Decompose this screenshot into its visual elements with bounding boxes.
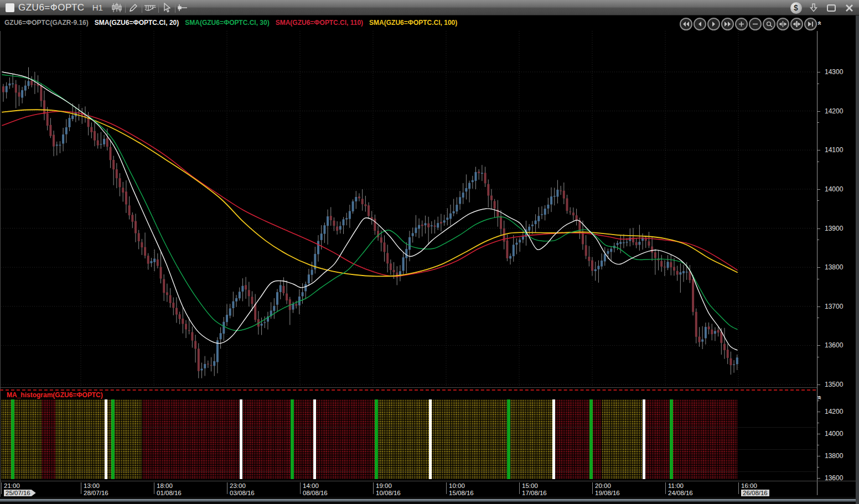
compress-h-button[interactable] [777,18,789,30]
price-axis-tick [817,412,820,412]
time-axis-tick [738,482,739,494]
legend-instrument[interactable]: GZU6=ФОРТС(GAZR-9.16) [4,19,89,27]
cursor-icon[interactable] [159,1,174,14]
date-label: 10/08/16 [376,490,401,496]
time-axis-tick [665,482,666,494]
price-axis-label: 13900 [825,225,853,232]
histogram-segment-yellow [1,399,42,479]
histogram-marker-white [313,399,316,479]
histogram-segment-yellow [602,399,643,479]
price-axis-label: 13800 [825,263,853,271]
price-axis-label: 13800 [825,452,853,460]
time-axis-tick [81,482,81,494]
titlebar-toolbar [110,0,191,15]
zoom-out-button[interactable] [749,18,762,30]
histogram-marker-green [291,399,294,479]
price-axis-tick [817,467,819,467]
zoom-in-button[interactable] [735,18,748,30]
window-controls: $ [789,0,856,15]
price-axis-tick [817,122,819,123]
minimize-icon[interactable] [825,2,838,14]
histogram-segment-red [142,399,376,479]
collapse-panel-icon[interactable]: » [816,21,822,25]
time-axis-tick [446,482,447,494]
histogram-segment-yellow [55,399,142,479]
zoom-area-button[interactable] [763,18,775,30]
time-label: 20:00 [595,482,611,489]
histogram-marker-white [105,399,107,479]
price-axis-tick [817,445,819,445]
toolbar-divider [158,3,159,13]
date-label: 19/08/16 [595,490,620,496]
date-badge: 25/07/16 [4,490,36,496]
date-label: 17/08/16 [522,490,547,496]
legend-sma-30[interactable]: SMA(GZU6=ФОРТС.Cl, 30) [185,19,269,27]
price-axis-tick [817,279,819,279]
chart-legend: GZU6=ФОРТС(GAZR-9.16)SMA(GZU6=ФОРТС.Cl, … [4,19,457,27]
price-axis-tick [817,162,819,162]
toolbar-divider [125,3,126,13]
price-axis-tick [817,456,820,456]
window-bottom-frame [0,497,859,504]
time-label: 14:00 [303,482,319,489]
date-label: 08/08/16 [303,490,328,496]
currency-icon[interactable]: $ [789,2,803,14]
fast-forward-button[interactable] [721,18,734,30]
time-label: 23:00 [230,482,246,489]
histogram-marker-white [429,399,432,479]
histogram-segment-yellow [376,399,555,479]
fast-back-button[interactable] [680,18,692,30]
price-axis-line [817,31,817,495]
indicator-icon[interactable] [143,1,158,14]
price-axis-tick [817,401,819,401]
time-label: 13:00 [84,482,100,489]
time-axis-tick [519,482,520,494]
price-axis-label: 14000 [825,185,853,193]
histogram-marker-green [589,399,593,479]
forward-button[interactable] [707,18,720,30]
time-label: 11:00 [668,482,684,489]
legend-sma-20[interactable]: SMA(GZU6=ФОРТС.Cl, 20) [95,19,179,27]
legend-sma-110[interactable]: SMA(GZU6=ФОРТС.Cl, 110) [276,19,363,27]
price-axis-label: 14100 [825,146,853,154]
toolbar-divider [142,3,142,13]
time-axis-tick [300,482,301,494]
main-candlestick-chart[interactable] [0,31,816,387]
toolbar-divider [175,3,175,13]
pencil-icon[interactable] [126,1,141,14]
title-bar[interactable]: GZU6=ФОРТС H1 $ [0,0,859,15]
compress-bar-button[interactable] [790,18,803,30]
price-axis-tick [817,200,819,201]
price-axis-tick [817,267,820,268]
chart-nav-toolbar [680,18,817,30]
histogram-marker-white [643,399,645,479]
histogram-segment-red [42,399,55,479]
histogram-marker-green [111,399,115,479]
price-axis-label: 13600 [825,341,853,349]
histogram-marker-green [11,399,14,479]
pane-separator[interactable] [0,387,817,388]
objects-list-icon[interactable] [176,1,191,14]
candlestick-chart-icon[interactable] [110,1,125,14]
application-window: GZU6=ФОРТС H1 $ GZU6=ФОРТС(GAZR-9.16)SMA… [0,0,859,504]
price-axis-label: 13700 [825,303,853,310]
download-icon[interactable] [807,2,820,14]
price-axis-tick [817,240,819,240]
price-axis-tick [817,345,820,346]
price-axis-tick [817,357,819,357]
histogram-marker-white [240,399,242,479]
price-axis-label: 14300 [825,68,853,76]
window-right-frame [856,15,859,504]
time-axis-tick [1,482,2,494]
price-axis-tick [817,396,819,397]
legend-sma-100[interactable]: SMA(GZU6=ФОРТС.Cl, 100) [369,19,457,27]
time-axis-tick [154,482,154,494]
ma-histogram-pane[interactable] [0,399,816,479]
close-icon[interactable] [842,2,856,14]
date-badge: 26/08/16 [741,490,769,496]
time-axis[interactable]: 21:0025/07/1613:0028/07/1618:0001/08/162… [0,481,856,497]
histogram-marker-white [552,399,555,479]
window-icon [6,3,14,12]
back-button[interactable] [694,18,706,30]
date-label: 26/08/16 [741,490,769,496]
